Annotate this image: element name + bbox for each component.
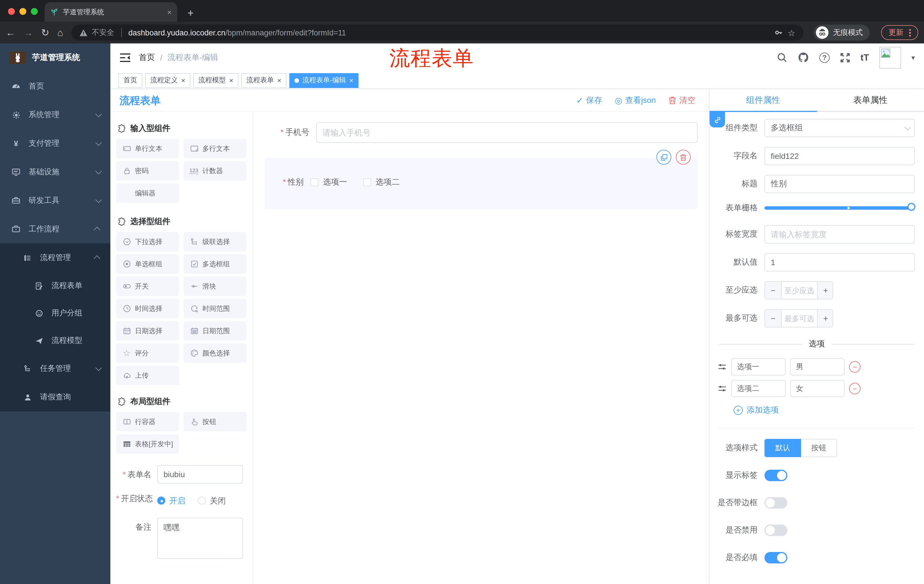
form-remark-textarea[interactable]: 嘿嘿	[157, 518, 243, 559]
tag-home[interactable]: 首页	[118, 73, 142, 88]
font-size-icon[interactable]: tT	[861, 53, 869, 63]
sidebar-item-process-model[interactable]: 流程模型	[0, 327, 111, 354]
border-switch[interactable]	[764, 497, 787, 508]
sidebar-item-home[interactable]: 首页	[0, 72, 111, 100]
avatar[interactable]	[879, 47, 901, 69]
palette-item-password[interactable]: 密码	[116, 161, 179, 181]
tab-form-props[interactable]: 表单属性	[817, 89, 924, 112]
sidebar-item-devtools[interactable]: 研发工具	[0, 186, 111, 215]
forward-button[interactable]: →	[23, 28, 33, 38]
sidebar-item-infra[interactable]: 基础设施	[0, 158, 111, 186]
key-icon[interactable]	[774, 28, 783, 37]
minimize-window-button[interactable]	[20, 8, 26, 15]
sidebar-item-process-form[interactable]: 流程表单	[0, 272, 111, 299]
collapse-sidebar-icon[interactable]	[119, 53, 131, 63]
sidebar-item-task-manage[interactable]: 任务管理	[0, 354, 111, 383]
remove-option-button[interactable]: −	[849, 383, 861, 394]
browser-menu-icon[interactable]	[909, 29, 911, 36]
style-default-button[interactable]: 默认	[764, 439, 801, 457]
option-value-input[interactable]	[790, 358, 845, 375]
browser-tab[interactable]: 芋道管理系统 ×	[45, 2, 177, 22]
view-json-button[interactable]: ◎ 查看json	[615, 95, 656, 105]
tab-close-icon[interactable]: ×	[167, 8, 172, 16]
sidebar-item-payment[interactable]: ¥ 支付管理	[0, 129, 111, 158]
breadcrumb-home[interactable]: 首页	[139, 53, 155, 63]
style-button-button[interactable]: 按钮	[801, 439, 837, 457]
back-button[interactable]: ←	[6, 28, 15, 38]
palette-item-select[interactable]: 下拉选择	[116, 232, 179, 252]
palette-item-cascader[interactable]: 级联选择	[183, 232, 246, 252]
tag-process-form-edit[interactable]: 流程表单-编辑 ×	[289, 73, 358, 88]
avatar-caret-icon[interactable]: ▾	[911, 54, 915, 62]
status-radio-on[interactable]: 开启	[157, 494, 185, 507]
sidebar-item-workflow[interactable]: 工作流程	[0, 215, 111, 243]
component-type-select[interactable]	[764, 119, 915, 137]
github-icon[interactable]	[798, 52, 809, 63]
canvas-selected-component[interactable]: *性别 选项一 选项二	[265, 158, 698, 209]
address-bar[interactable]: 不安全 dashboard.yudao.iocoder.cn/bpm/manag…	[71, 25, 804, 41]
palette-item-color-picker[interactable]: 颜色选择	[183, 344, 246, 363]
clear-button[interactable]: 清空	[668, 95, 695, 105]
status-radio-off[interactable]: 关闭	[198, 494, 226, 507]
remove-option-button[interactable]: −	[849, 361, 861, 373]
max-select-stepper[interactable]: − +	[764, 309, 833, 327]
security-label[interactable]: 不安全	[92, 28, 114, 38]
palette-item-rate[interactable]: ☆ 评分	[116, 344, 179, 363]
add-option-button[interactable]: + 添加选项	[734, 405, 915, 415]
update-button[interactable]: 更新	[881, 25, 918, 40]
palette-item-button[interactable]: 按钮	[183, 412, 246, 431]
required-switch[interactable]	[764, 552, 787, 563]
phone-input[interactable]	[316, 122, 698, 143]
bookmark-star-icon[interactable]: ☆	[788, 28, 795, 37]
sidebar-item-leave-query[interactable]: 请假查询	[0, 383, 111, 411]
tag-process-definition[interactable]: 流程定义 ×	[145, 73, 190, 88]
palette-item-time-range[interactable]: 时间范围	[183, 299, 246, 318]
title-input[interactable]	[764, 175, 915, 193]
decrease-button[interactable]: −	[765, 282, 781, 299]
palette-item-row-container[interactable]: 行容器	[116, 412, 179, 431]
save-button[interactable]: ✓ 保存	[576, 95, 602, 105]
gender-option-1-checkbox[interactable]: 选项一	[310, 177, 347, 188]
form-name-input[interactable]	[157, 465, 243, 484]
decrease-button[interactable]: −	[765, 310, 781, 327]
home-button[interactable]: ⌂	[58, 28, 63, 38]
search-icon[interactable]	[777, 53, 787, 63]
palette-item-multi-text[interactable]: 多行文本	[183, 139, 246, 158]
sidebar-item-user-group[interactable]: 用户分组	[0, 299, 111, 327]
fullscreen-icon[interactable]	[840, 53, 850, 63]
increase-button[interactable]: +	[818, 282, 833, 299]
drag-handle-icon[interactable]	[718, 362, 727, 372]
maximize-window-button[interactable]	[31, 8, 38, 15]
gender-option-2-checkbox[interactable]: 选项二	[363, 177, 400, 188]
help-icon[interactable]: ?	[819, 53, 830, 63]
option-value-input[interactable]	[790, 380, 845, 397]
option-label-input[interactable]	[731, 380, 785, 397]
sidebar-logo[interactable]: 芋道管理系统	[0, 43, 111, 72]
field-name-input[interactable]	[764, 147, 915, 165]
palette-item-time-picker[interactable]: 时间选择	[116, 299, 179, 318]
option-label-input[interactable]	[731, 358, 785, 375]
palette-item-upload[interactable]: 上传	[116, 366, 179, 385]
palette-item-switch[interactable]: 开关	[116, 276, 179, 296]
copy-component-button[interactable]	[657, 150, 671, 165]
reload-button[interactable]: ↻	[41, 28, 50, 38]
page-url[interactable]: dashboard.yudao.iocoder.cn/bpm/manager/f…	[129, 28, 346, 37]
max-select-input[interactable]	[781, 310, 818, 327]
palette-item-slider[interactable]: 滑块	[183, 276, 246, 296]
tab-component-props[interactable]: 组件属性	[710, 89, 817, 112]
min-select-input[interactable]	[781, 282, 818, 299]
close-icon[interactable]: ×	[277, 77, 281, 84]
default-value-input[interactable]	[764, 253, 915, 271]
palette-item-table[interactable]: 表格[开发中]	[116, 434, 179, 454]
palette-item-counter[interactable]: 123 计数器	[183, 161, 246, 181]
palette-item-date-range[interactable]: 日期范围	[183, 321, 246, 341]
increase-button[interactable]: +	[818, 310, 833, 327]
show-label-switch[interactable]	[764, 470, 787, 481]
palette-item-radio-group[interactable]: 单选框组	[116, 254, 179, 274]
close-icon[interactable]: ×	[181, 77, 185, 84]
label-width-input[interactable]	[764, 225, 915, 243]
palette-item-single-text[interactable]: 单行文本	[116, 139, 179, 158]
canvas-phone-field[interactable]: *手机号	[265, 122, 698, 143]
slider-handle[interactable]	[908, 203, 916, 211]
close-icon[interactable]: ×	[229, 77, 233, 84]
